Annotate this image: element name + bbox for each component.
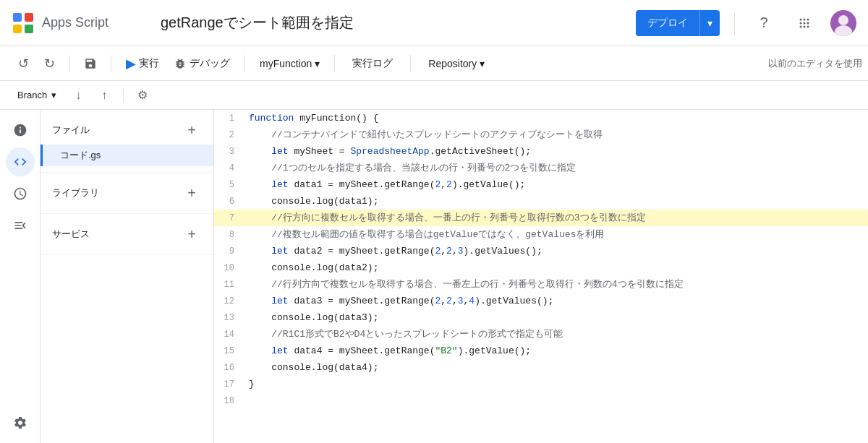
- code-icon: [13, 155, 27, 169]
- line-number: 11: [214, 276, 243, 293]
- branch-push-icon: ↑: [101, 89, 107, 102]
- svg-rect-2: [25, 13, 33, 22]
- exec-log-button[interactable]: 実行ログ: [344, 52, 401, 75]
- libraries-section: ライブラリ +: [41, 173, 213, 214]
- add-file-button[interactable]: +: [182, 120, 202, 140]
- table-row: 16 console.log(data4);: [214, 359, 868, 376]
- line-number: 15: [214, 343, 243, 359]
- rail-settings-btn[interactable]: [6, 408, 35, 437]
- line-number: 13: [214, 309, 243, 326]
- file-panel: ファイル + コード.gs ライブラリ + サービス +: [41, 110, 214, 443]
- svg-point-13: [807, 25, 809, 27]
- app-logo: Apps Script: [12, 12, 149, 35]
- branch-pull-btn[interactable]: ↓: [68, 85, 88, 106]
- table-row: 2 //コンテナバインドで紐付いたスプレッドシートのアクティブなシートを取得: [214, 126, 868, 143]
- services-section-header: サービス +: [41, 220, 213, 249]
- avatar[interactable]: [830, 10, 856, 36]
- branch-settings-btn[interactable]: ⚙: [132, 85, 153, 106]
- branch-settings-icon: ⚙: [137, 88, 148, 102]
- deploy-dropdown-arrow[interactable]: ▾: [700, 10, 720, 36]
- line-code: //コンテナバインドで紐付いたスプレッドシートのアクティブなシートを取得: [243, 126, 868, 143]
- grid-menu-button[interactable]: [790, 9, 819, 38]
- table-row: 8 //複数セル範囲の値を取得する場合はgetValueではなく、getValu…: [214, 226, 868, 243]
- table-row: 7 //行方向に複数セルを取得する場合、一番上の行・列番号と取得行数の3つを引数…: [214, 210, 868, 226]
- old-editor-text: 以前のエディタを使用: [768, 57, 862, 70]
- branch-selector[interactable]: Branch ▾: [12, 85, 62, 106]
- toolbar: ↺ ↻ ▶ 実行 デバッグ myFunction ▾ 実行ログ Reposito…: [0, 46, 868, 81]
- line-code: }: [243, 376, 868, 392]
- line-code: console.log(data4);: [243, 359, 868, 376]
- debug-label: デバッグ: [190, 57, 230, 70]
- toolbar-divider-1: [69, 55, 70, 72]
- file-name: コード.gs: [60, 149, 101, 162]
- table-row: 12 let data3 = mySheet.getRange(2,2,3,4)…: [214, 293, 868, 309]
- branch-label: Branch: [17, 90, 47, 100]
- settings-icon: [13, 416, 27, 430]
- line-code: //行方向に複数セルを取得する場合、一番上の行・列番号と取得行数の3つを引数に指…: [243, 210, 868, 226]
- help-icon: ?: [760, 14, 767, 31]
- line-code: //1つのセルを指定する場合、当該セルの行・列番号の2つを引数に指定: [243, 160, 868, 176]
- line-code: console.log(data1);: [243, 193, 868, 210]
- add-library-button[interactable]: +: [182, 183, 202, 203]
- line-code: //R1C1形式でB2やD4といったスプレッドシートの形式で指定も可能: [243, 326, 868, 343]
- rail-menu-btn[interactable]: [6, 211, 35, 240]
- table-row: 17 }: [214, 376, 868, 392]
- help-button[interactable]: ?: [749, 9, 778, 38]
- table-row: 4 //1つのセルを指定する場合、当該セルの行・列番号の2つを引数に指定: [214, 160, 868, 176]
- line-code: console.log(data2);: [243, 259, 868, 276]
- line-number: 12: [214, 293, 243, 309]
- line-code: console.log(data3);: [243, 309, 868, 326]
- function-dropdown-arrow: ▾: [315, 58, 320, 69]
- redo-icon: ↻: [44, 56, 55, 72]
- svg-point-11: [800, 25, 802, 27]
- code-editor[interactable]: 1 function myFunction() { 2 //コンテナバインドで紐…: [214, 110, 868, 443]
- svg-point-5: [800, 18, 802, 20]
- run-button[interactable]: ▶ 実行: [120, 52, 165, 75]
- line-code: let data3 = mySheet.getRange(2,2,3,4).ge…: [243, 293, 868, 309]
- toolbar-divider-3: [244, 55, 245, 72]
- save-icon: [84, 57, 97, 70]
- line-number: 6: [214, 193, 243, 210]
- svg-point-9: [804, 22, 806, 24]
- file-item-code[interactable]: コード.gs: [41, 145, 213, 166]
- svg-point-8: [800, 22, 802, 24]
- logo-icon: [12, 12, 35, 35]
- repository-button[interactable]: Repository ▾: [420, 52, 493, 75]
- save-button[interactable]: [79, 52, 102, 75]
- libraries-section-header: ライブラリ +: [41, 179, 213, 207]
- table-row: 15 let data4 = mySheet.getRange("B2").ge…: [214, 343, 868, 359]
- add-library-icon: +: [187, 185, 196, 202]
- line-number: 8: [214, 226, 243, 243]
- svg-point-12: [804, 25, 806, 27]
- add-service-button[interactable]: +: [182, 224, 202, 244]
- rail-clock-btn[interactable]: [6, 179, 35, 208]
- clock-icon: [13, 186, 27, 201]
- files-label: ファイル: [52, 124, 90, 137]
- line-number: 5: [214, 176, 243, 193]
- undo-icon: ↺: [18, 56, 29, 72]
- rail-info-btn[interactable]: [6, 116, 35, 145]
- line-number: 9: [214, 243, 243, 259]
- redo-button[interactable]: ↻: [38, 52, 61, 75]
- table-row: 3 let mySheet = SpreadsheetApp.getActive…: [214, 143, 868, 160]
- line-number: 14: [214, 326, 243, 343]
- svg-rect-3: [13, 25, 22, 33]
- deploy-button[interactable]: デプロイ ▾: [636, 10, 720, 36]
- deploy-btn-label: デプロイ: [636, 10, 700, 36]
- line-number: 1: [214, 110, 243, 126]
- page-title: getRangeでシート範囲を指定: [161, 13, 624, 33]
- add-file-icon: +: [187, 122, 196, 139]
- function-selector[interactable]: myFunction ▾: [254, 52, 326, 75]
- branch-push-btn[interactable]: ↑: [94, 85, 114, 106]
- line-number: 16: [214, 359, 243, 376]
- branch-dropdown-arrow: ▾: [51, 90, 56, 100]
- svg-point-10: [807, 22, 809, 24]
- header: Apps Script getRangeでシート範囲を指定 デプロイ ▾ ?: [0, 0, 868, 46]
- rail-code-btn[interactable]: [6, 147, 35, 176]
- branch-divider: [123, 88, 124, 103]
- line-code: let mySheet = SpreadsheetApp.getActiveSh…: [243, 143, 868, 160]
- debug-button[interactable]: デバッグ: [168, 52, 236, 75]
- toolbar-divider-2: [111, 55, 111, 72]
- undo-button[interactable]: ↺: [12, 52, 35, 75]
- line-code: function myFunction() {: [243, 110, 868, 126]
